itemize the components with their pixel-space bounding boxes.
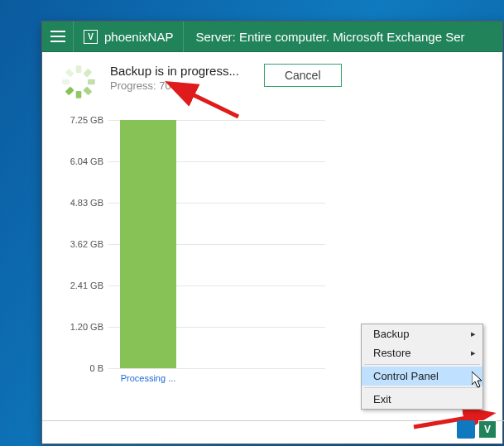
y-tick: 7.25 GB xyxy=(60,115,103,125)
titlebar: V phoenixNAP Server: Entire computer. Mi… xyxy=(42,22,502,52)
tray-item-control-panel[interactable]: Control Panel xyxy=(362,367,482,386)
tray-item-label: Backup xyxy=(373,328,409,340)
x-label: Processing ... xyxy=(117,373,180,384)
status-text: Backup is in progress... Progress: 70% xyxy=(110,64,239,92)
menu-separator xyxy=(364,364,480,365)
y-tick: 3.62 GB xyxy=(60,239,103,249)
status-row: Backup is in progress... Progress: 70% C… xyxy=(60,64,484,100)
svg-rect-0 xyxy=(50,31,65,32)
tray-item-exit[interactable]: Exit xyxy=(362,390,482,409)
tray-app-icon[interactable] xyxy=(457,420,475,439)
chart: 7.25 GB 6.04 GB 4.83 GB 3.62 GB 2.41 GB … xyxy=(60,120,325,368)
y-tick: 1.20 GB xyxy=(60,322,103,332)
menu-separator xyxy=(364,387,480,388)
tray-item-label: Exit xyxy=(373,393,391,405)
svg-rect-7 xyxy=(76,91,82,98)
svg-rect-4 xyxy=(83,69,92,78)
y-tick: 4.83 GB xyxy=(60,198,103,208)
tray-brand-icon[interactable]: V xyxy=(478,420,497,439)
y-tick: 6.04 GB xyxy=(60,156,103,166)
cursor-icon xyxy=(472,372,487,393)
svg-rect-1 xyxy=(50,36,65,37)
y-tick: 2.41 GB xyxy=(60,281,103,290)
svg-line-11 xyxy=(187,92,238,117)
cancel-button[interactable]: Cancel xyxy=(264,64,342,87)
svg-rect-2 xyxy=(50,41,65,42)
bar-processing xyxy=(120,120,176,368)
y-tick: 0 B xyxy=(60,363,103,373)
gridline xyxy=(108,368,325,369)
taskbar-tray: V xyxy=(457,420,497,439)
svg-rect-5 xyxy=(88,79,95,85)
tray-item-backup[interactable]: Backup xyxy=(362,324,482,343)
svg-rect-3 xyxy=(76,65,82,73)
tray-item-label: Control Panel xyxy=(373,370,439,382)
menu-button[interactable] xyxy=(42,22,74,52)
brand: V phoenixNAP xyxy=(74,22,184,52)
tray-item-restore[interactable]: Restore xyxy=(362,343,482,362)
status-title: Backup is in progress... xyxy=(110,64,239,78)
tray-context-menu: Backup Restore Control Panel Exit xyxy=(361,324,483,410)
brand-icon: V xyxy=(84,30,98,44)
spinner-icon xyxy=(60,64,97,100)
tray-item-label: Restore xyxy=(373,347,411,359)
svg-rect-8 xyxy=(65,86,74,95)
svg-rect-9 xyxy=(62,79,70,85)
brand-label: phoenixNAP xyxy=(104,30,173,44)
annotation-arrow-icon xyxy=(180,89,243,125)
hamburger-icon xyxy=(50,31,65,42)
svg-rect-6 xyxy=(83,86,92,95)
server-info: Server: Entire computer. Microsoft Excha… xyxy=(184,30,476,44)
svg-rect-10 xyxy=(65,69,74,78)
